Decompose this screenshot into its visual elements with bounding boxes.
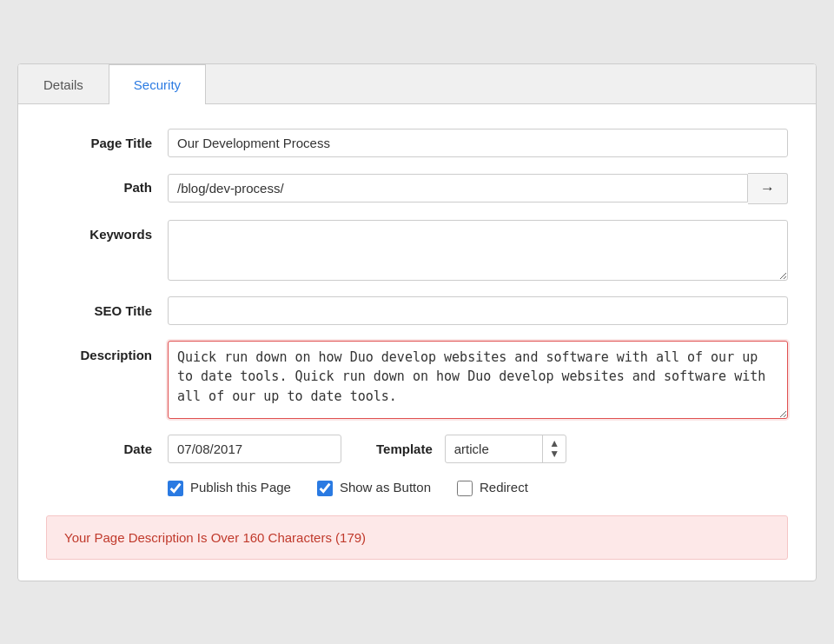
- keywords-input[interactable]: [168, 220, 788, 281]
- template-section: Template article page blog landing ▲ ▼: [376, 435, 566, 463]
- keywords-row: Keywords: [46, 220, 788, 281]
- date-input[interactable]: [168, 435, 341, 463]
- template-label: Template: [376, 442, 433, 456]
- date-template-row: Date Template article page blog landing …: [46, 435, 788, 463]
- seo-title-label: SEO Title: [46, 296, 168, 318]
- show-as-button-checkbox[interactable]: [317, 481, 333, 496]
- show-as-button-label[interactable]: Show as Button: [340, 479, 431, 496]
- date-label: Date: [46, 442, 168, 456]
- path-row: Path →: [46, 173, 788, 204]
- path-navigate-button[interactable]: →: [748, 173, 788, 204]
- path-input[interactable]: [168, 174, 748, 202]
- redirect-checkbox-group: Redirect: [457, 479, 528, 496]
- page-title-row: Page Title: [46, 129, 788, 157]
- tab-security[interactable]: Security: [109, 64, 206, 104]
- publish-checkbox-group: Publish this Page: [168, 479, 291, 496]
- page-title-input[interactable]: [168, 129, 788, 157]
- path-input-group: →: [168, 173, 788, 204]
- page-title-label: Page Title: [46, 129, 168, 150]
- publish-label[interactable]: Publish this Page: [190, 479, 291, 496]
- description-input[interactable]: Quick run down on how Duo develop websit…: [168, 341, 788, 419]
- description-label: Description: [46, 341, 168, 362]
- publish-checkbox[interactable]: [168, 481, 183, 496]
- template-select[interactable]: article page blog landing: [445, 435, 566, 463]
- description-row: Description Quick run down on how Duo de…: [46, 341, 788, 419]
- path-label: Path: [46, 173, 168, 195]
- tabs-bar: Details Security: [18, 64, 816, 104]
- checkboxes-row: Publish this Page Show as Button Redirec…: [168, 479, 788, 496]
- form-body: Page Title Path → Keywords SEO Title Des…: [18, 104, 816, 581]
- page-container: Details Security Page Title Path → Keywo…: [17, 63, 817, 581]
- redirect-checkbox[interactable]: [457, 481, 473, 496]
- show-as-button-checkbox-group: Show as Button: [317, 479, 431, 496]
- seo-title-row: SEO Title: [46, 296, 788, 325]
- template-select-wrapper: article page blog landing ▲ ▼: [445, 435, 566, 463]
- seo-title-input[interactable]: [168, 296, 788, 325]
- error-message: Your Page Description Is Over 160 Charac…: [46, 515, 788, 560]
- tab-details[interactable]: Details: [18, 64, 109, 104]
- redirect-label[interactable]: Redirect: [480, 479, 528, 496]
- keywords-label: Keywords: [46, 220, 168, 242]
